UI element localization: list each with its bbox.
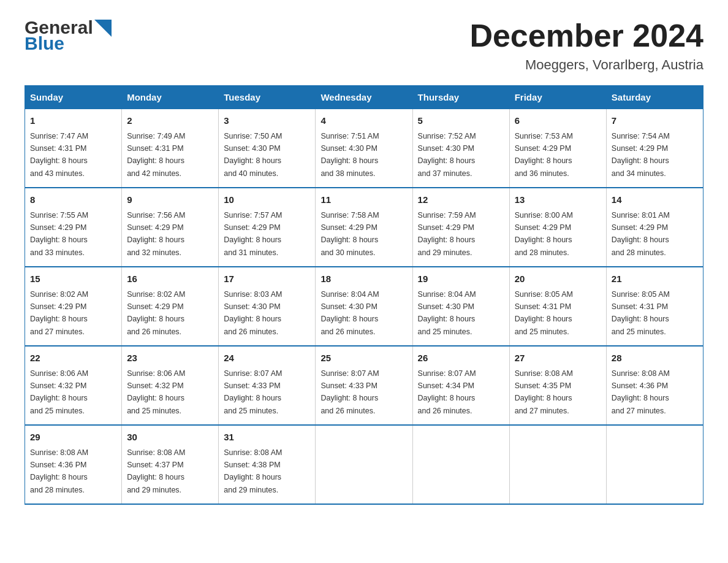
calendar-cell: 27 Sunrise: 8:08 AMSunset: 4:35 PMDaylig… — [509, 346, 606, 425]
day-number: 16 — [127, 272, 213, 286]
day-info: Sunrise: 7:51 AMSunset: 4:30 PMDaylight:… — [320, 132, 379, 178]
day-info: Sunrise: 8:08 AMSunset: 4:36 PMDaylight:… — [30, 448, 88, 494]
calendar-cell: 17 Sunrise: 8:03 AMSunset: 4:30 PMDaylig… — [219, 267, 316, 346]
calendar-cell: 2 Sunrise: 7:49 AMSunset: 4:31 PMDayligh… — [122, 109, 219, 188]
day-number: 8 — [30, 193, 116, 207]
day-number: 4 — [320, 114, 407, 128]
day-info: Sunrise: 8:07 AMSunset: 4:33 PMDaylight:… — [320, 369, 379, 415]
calendar-cell: 14 Sunrise: 8:01 AMSunset: 4:29 PMDaylig… — [606, 188, 703, 267]
svg-marker-0 — [94, 20, 112, 37]
day-info: Sunrise: 8:01 AMSunset: 4:29 PMDaylight:… — [612, 211, 670, 257]
day-number: 23 — [127, 351, 213, 366]
day-info: Sunrise: 7:59 AMSunset: 4:29 PMDaylight:… — [418, 211, 476, 257]
calendar-week-row: 22 Sunrise: 8:06 AMSunset: 4:32 PMDaylig… — [25, 346, 703, 425]
day-info: Sunrise: 8:08 AMSunset: 4:37 PMDaylight:… — [127, 448, 185, 494]
day-info: Sunrise: 7:56 AMSunset: 4:29 PMDaylight:… — [127, 211, 185, 257]
col-friday: Friday — [509, 86, 606, 109]
day-info: Sunrise: 8:04 AMSunset: 4:30 PMDaylight:… — [320, 290, 379, 336]
calendar-cell: 13 Sunrise: 8:00 AMSunset: 4:29 PMDaylig… — [509, 188, 606, 267]
day-info: Sunrise: 8:06 AMSunset: 4:32 PMDaylight:… — [127, 369, 185, 415]
day-number: 19 — [418, 272, 504, 286]
day-info: Sunrise: 7:53 AMSunset: 4:29 PMDaylight:… — [515, 132, 573, 178]
calendar-cell: 10 Sunrise: 7:57 AMSunset: 4:29 PMDaylig… — [219, 188, 316, 267]
col-thursday: Thursday — [412, 86, 509, 109]
day-info: Sunrise: 8:08 AMSunset: 4:36 PMDaylight:… — [612, 369, 670, 415]
day-info: Sunrise: 8:05 AMSunset: 4:31 PMDaylight:… — [612, 290, 670, 336]
calendar-cell: 30 Sunrise: 8:08 AMSunset: 4:37 PMDaylig… — [122, 425, 219, 504]
calendar-cell: 6 Sunrise: 7:53 AMSunset: 4:29 PMDayligh… — [509, 109, 606, 188]
day-number: 13 — [515, 193, 601, 207]
day-number: 15 — [30, 272, 116, 286]
calendar-cell — [509, 425, 606, 504]
day-info: Sunrise: 8:04 AMSunset: 4:30 PMDaylight:… — [418, 290, 476, 336]
calendar-cell — [606, 425, 703, 504]
calendar-cell: 4 Sunrise: 7:51 AMSunset: 4:30 PMDayligh… — [316, 109, 412, 188]
day-info: Sunrise: 8:08 AMSunset: 4:38 PMDaylight:… — [224, 448, 282, 494]
day-number: 31 — [224, 431, 310, 445]
calendar-cell: 16 Sunrise: 8:02 AMSunset: 4:29 PMDaylig… — [122, 267, 219, 346]
calendar-cell: 15 Sunrise: 8:02 AMSunset: 4:29 PMDaylig… — [25, 267, 122, 346]
calendar-cell: 19 Sunrise: 8:04 AMSunset: 4:30 PMDaylig… — [412, 267, 509, 346]
location-title: Moeggers, Vorarlberg, Austria — [469, 57, 703, 73]
day-number: 7 — [612, 114, 698, 128]
calendar-cell: 21 Sunrise: 8:05 AMSunset: 4:31 PMDaylig… — [606, 267, 703, 346]
calendar-week-row: 1 Sunrise: 7:47 AMSunset: 4:31 PMDayligh… — [25, 109, 703, 188]
calendar-cell: 29 Sunrise: 8:08 AMSunset: 4:36 PMDaylig… — [25, 425, 122, 504]
day-number: 5 — [418, 114, 504, 128]
calendar-cell: 31 Sunrise: 8:08 AMSunset: 4:38 PMDaylig… — [219, 425, 316, 504]
day-info: Sunrise: 7:55 AMSunset: 4:29 PMDaylight:… — [30, 211, 88, 257]
calendar-cell: 23 Sunrise: 8:06 AMSunset: 4:32 PMDaylig… — [122, 346, 219, 425]
day-number: 12 — [418, 193, 504, 207]
day-number: 14 — [612, 193, 698, 207]
calendar-cell: 22 Sunrise: 8:06 AMSunset: 4:32 PMDaylig… — [25, 346, 122, 425]
month-title: December 2024 — [469, 18, 703, 53]
calendar-cell: 26 Sunrise: 8:07 AMSunset: 4:34 PMDaylig… — [412, 346, 509, 425]
day-number: 18 — [320, 272, 407, 286]
col-monday: Monday — [122, 86, 219, 109]
day-info: Sunrise: 7:57 AMSunset: 4:29 PMDaylight:… — [224, 211, 282, 257]
day-number: 24 — [224, 351, 310, 366]
day-number: 26 — [418, 351, 504, 366]
title-block: December 2024 Moeggers, Vorarlberg, Aust… — [469, 18, 703, 73]
calendar-week-row: 8 Sunrise: 7:55 AMSunset: 4:29 PMDayligh… — [25, 188, 703, 267]
day-info: Sunrise: 7:52 AMSunset: 4:30 PMDaylight:… — [418, 132, 476, 178]
day-number: 9 — [127, 193, 213, 207]
col-tuesday: Tuesday — [219, 86, 316, 109]
calendar-cell: 3 Sunrise: 7:50 AMSunset: 4:30 PMDayligh… — [219, 109, 316, 188]
day-number: 29 — [30, 431, 116, 445]
day-info: Sunrise: 7:58 AMSunset: 4:29 PMDaylight:… — [320, 211, 379, 257]
day-number: 17 — [224, 272, 310, 286]
calendar-cell: 1 Sunrise: 7:47 AMSunset: 4:31 PMDayligh… — [25, 109, 122, 188]
day-number: 10 — [224, 193, 310, 207]
day-info: Sunrise: 8:08 AMSunset: 4:35 PMDaylight:… — [515, 369, 573, 415]
calendar-cell: 25 Sunrise: 8:07 AMSunset: 4:33 PMDaylig… — [316, 346, 412, 425]
day-info: Sunrise: 8:02 AMSunset: 4:29 PMDaylight:… — [30, 290, 88, 336]
col-wednesday: Wednesday — [316, 86, 412, 109]
calendar-cell: 18 Sunrise: 8:04 AMSunset: 4:30 PMDaylig… — [316, 267, 412, 346]
calendar-cell: 24 Sunrise: 8:07 AMSunset: 4:33 PMDaylig… — [219, 346, 316, 425]
logo: General Blue — [25, 18, 112, 53]
calendar-cell: 7 Sunrise: 7:54 AMSunset: 4:29 PMDayligh… — [606, 109, 703, 188]
day-info: Sunrise: 7:54 AMSunset: 4:29 PMDaylight:… — [612, 132, 670, 178]
logo-blue: Blue — [25, 34, 64, 53]
calendar-week-row: 15 Sunrise: 8:02 AMSunset: 4:29 PMDaylig… — [25, 267, 703, 346]
day-number: 1 — [30, 114, 116, 128]
day-number: 3 — [224, 114, 310, 128]
col-saturday: Saturday — [606, 86, 703, 109]
day-number: 30 — [127, 431, 213, 445]
day-info: Sunrise: 8:03 AMSunset: 4:30 PMDaylight:… — [224, 290, 282, 336]
calendar-cell: 20 Sunrise: 8:05 AMSunset: 4:31 PMDaylig… — [509, 267, 606, 346]
page-header: General Blue December 2024 Moeggers, Vor… — [25, 18, 703, 73]
day-info: Sunrise: 7:49 AMSunset: 4:31 PMDaylight:… — [127, 132, 185, 178]
day-number: 22 — [30, 351, 116, 366]
day-number: 25 — [320, 351, 407, 366]
calendar-week-row: 29 Sunrise: 8:08 AMSunset: 4:36 PMDaylig… — [25, 425, 703, 504]
calendar-cell: 11 Sunrise: 7:58 AMSunset: 4:29 PMDaylig… — [316, 188, 412, 267]
day-number: 27 — [515, 351, 601, 366]
day-number: 20 — [515, 272, 601, 286]
calendar-cell — [316, 425, 412, 504]
calendar-cell: 9 Sunrise: 7:56 AMSunset: 4:29 PMDayligh… — [122, 188, 219, 267]
logo-arrow-icon — [94, 20, 112, 37]
day-info: Sunrise: 8:02 AMSunset: 4:29 PMDaylight:… — [127, 290, 185, 336]
day-info: Sunrise: 8:07 AMSunset: 4:33 PMDaylight:… — [224, 369, 282, 415]
